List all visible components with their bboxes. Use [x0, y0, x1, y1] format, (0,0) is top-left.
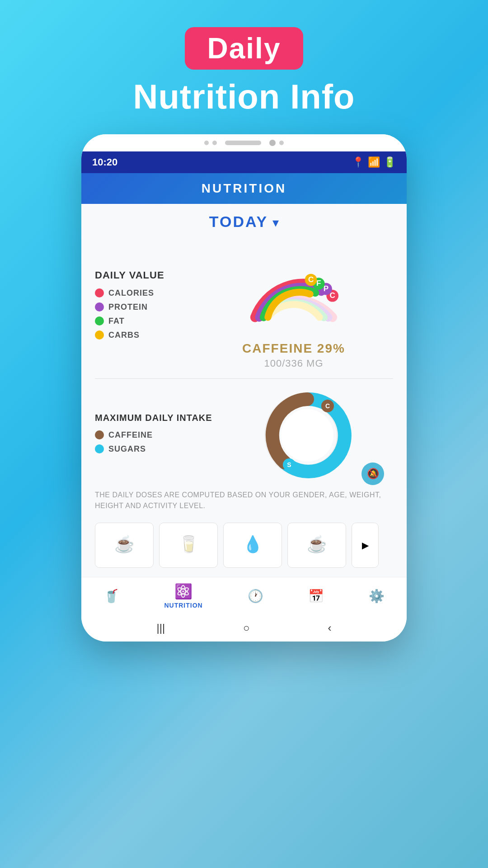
food-item-extra[interactable]: ▶: [352, 523, 379, 568]
caffeine-dot: [95, 430, 104, 439]
intake-section: MAXIMUM DAILY INTAKE CAFFEINE SUGARS: [95, 386, 393, 485]
legend-sugars: SUGARS: [95, 444, 212, 454]
status-time: 10:20: [92, 156, 117, 168]
phone-dot-3: [279, 141, 284, 145]
nutrition-nav-label: NUTRITION: [164, 602, 202, 609]
caffeine-legend-label: CAFFEINE: [108, 430, 153, 440]
svg-text:F: F: [316, 278, 321, 288]
today-selector[interactable]: TODAY ▾: [81, 204, 407, 240]
section-divider-1: [95, 378, 393, 379]
drinks-icon: 🥤: [103, 589, 119, 604]
bottom-nav: 🥤 ⚛️ NUTRITION 🕐 📅 ⚙️: [81, 577, 407, 614]
more-icon: ▶: [362, 540, 369, 551]
daily-value-section: DAILY VALUE CALORIES PROTEIN FAT CARBS: [95, 244, 393, 369]
fat-label: FAT: [108, 316, 125, 326]
carbs-label: CARBS: [108, 330, 140, 340]
app-header: NUTRITION: [81, 173, 407, 204]
disclaimer-text: THE DAILY DOSES ARE COMPUTED BASED ON YO…: [95, 485, 393, 516]
nav-nutrition[interactable]: ⚛️ NUTRITION: [164, 583, 202, 609]
nav-drinks[interactable]: 🥤: [103, 589, 119, 604]
phone-camera: [269, 140, 276, 146]
svg-text:S: S: [287, 461, 291, 468]
android-back-btn[interactable]: ‹: [328, 622, 332, 634]
settings-icon: ⚙️: [369, 589, 385, 604]
caffeine-percentage: CAFFEINE 29%: [242, 341, 345, 356]
donut-chart-area: C S 🔕: [221, 386, 393, 485]
status-icons: 📍 📶 🔋: [352, 156, 396, 168]
battery-icon: 🔋: [384, 156, 396, 168]
caffeine-amount: 100/336 MG: [264, 358, 323, 369]
water-icon: 💧: [243, 535, 263, 554]
food-item-espresso[interactable]: ☕: [287, 523, 346, 568]
schedule-icon: 📅: [308, 589, 324, 604]
location-icon: 📍: [352, 156, 364, 168]
phone-dot-2: [212, 141, 217, 145]
phone-top-bar: [81, 134, 407, 151]
sugars-dot: [95, 444, 104, 453]
nav-schedule[interactable]: 📅: [308, 589, 324, 604]
intake-title: MAXIMUM DAILY INTAKE: [95, 413, 212, 423]
espresso-icon: ☕: [307, 535, 327, 554]
app-title: NUTRITION: [202, 181, 286, 195]
legend-caffeine: CAFFEINE: [95, 430, 212, 440]
legend-fat: FAT: [95, 316, 185, 326]
headline-badge: Daily: [185, 27, 304, 70]
android-recent-btn[interactable]: |||: [156, 622, 165, 634]
svg-text:C: C: [325, 402, 330, 410]
headline-area: Daily Nutrition Info: [133, 27, 355, 116]
concentric-chart-area: C P F C CAFFEINE 29% 100/336 MG: [194, 244, 393, 369]
daily-value-legend: DAILY VALUE CALORIES PROTEIN FAT CARBS: [95, 269, 185, 344]
daily-value-title: DAILY VALUE: [95, 269, 185, 281]
food-item-water[interactable]: 💧: [223, 523, 282, 568]
food-items-row: ☕ 🥛 💧 ☕ ▶: [95, 523, 393, 568]
today-label: TODAY: [209, 213, 268, 231]
intake-legend: MAXIMUM DAILY INTAKE CAFFEINE SUGARS: [95, 413, 212, 458]
wifi-icon: 📶: [368, 156, 380, 168]
status-bar: 10:20 📍 📶 🔋: [81, 151, 407, 173]
history-icon: 🕐: [248, 589, 263, 604]
phone-dot-1: [204, 141, 209, 145]
legend-protein: PROTEIN: [95, 302, 185, 312]
protein-label: PROTEIN: [108, 302, 148, 312]
legend-calories: CALORIES: [95, 288, 185, 298]
milk-icon: 🥛: [178, 535, 199, 554]
calories-label: CALORIES: [108, 288, 154, 298]
legend-carbs: CARBS: [95, 330, 185, 340]
fat-dot: [95, 316, 104, 326]
android-nav: ||| ○ ‹: [81, 614, 407, 642]
protein-dot: [95, 302, 104, 311]
carbs-dot: [95, 330, 104, 340]
food-item-milk[interactable]: 🥛: [159, 523, 218, 568]
notification-bell[interactable]: 🔕: [361, 462, 384, 485]
concentric-chart: C P F C: [230, 244, 357, 335]
svg-point-9: [281, 409, 333, 462]
phone-speaker: [225, 141, 261, 145]
svg-text:C: C: [308, 275, 314, 284]
sugars-label: SUGARS: [108, 444, 146, 454]
main-content: DAILY VALUE CALORIES PROTEIN FAT CARBS: [81, 240, 407, 577]
nav-settings[interactable]: ⚙️: [369, 589, 385, 604]
nav-history[interactable]: 🕐: [248, 589, 263, 604]
chevron-down-icon: ▾: [272, 215, 279, 230]
calories-dot: [95, 288, 104, 297]
coffee-icon: ☕: [114, 535, 135, 554]
nutrition-icon: ⚛️: [174, 583, 192, 600]
android-home-btn[interactable]: ○: [243, 622, 250, 634]
bell-icon: 🔕: [367, 468, 379, 480]
headline-subtitle: Nutrition Info: [133, 77, 355, 116]
food-item-coffee[interactable]: ☕: [95, 523, 154, 568]
phone-frame: 10:20 📍 📶 🔋 NUTRITION TODAY ▾ DAILY VALU…: [81, 134, 407, 642]
